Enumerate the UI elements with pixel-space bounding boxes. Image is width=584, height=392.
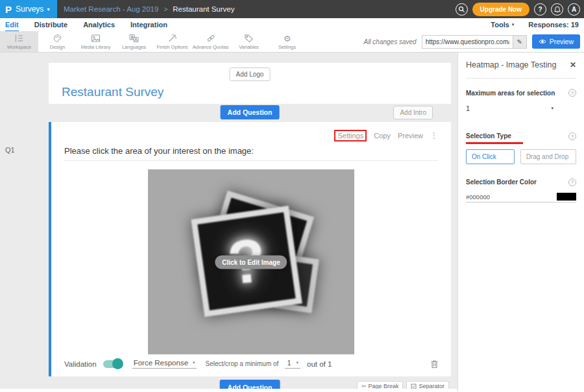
toolbar-item-design[interactable]: Design — [38, 31, 77, 52]
bell-icon — [554, 6, 561, 13]
preview-question-button[interactable]: Preview — [398, 132, 423, 140]
workspace-icon — [14, 34, 24, 43]
survey-editor-screen: P Surveys ▾ Market Research - Aug 2019 >… — [0, 0, 584, 392]
settings-button[interactable]: Settings — [334, 130, 367, 141]
toolbar-item-languages[interactable]: Languages — [115, 31, 153, 52]
add-logo-button[interactable]: Add Logo — [230, 67, 271, 81]
border-color-input[interactable]: #000000 — [466, 193, 576, 202]
toolbar-item-finish-options[interactable]: Finish Options — [153, 31, 191, 52]
autosave-status: All changes saved — [363, 38, 416, 45]
edit-url-button[interactable]: ✎ — [513, 35, 527, 49]
breadcrumb-parent[interactable]: Market Research - Aug 2019 — [64, 5, 158, 13]
avatar[interactable]: A — [568, 3, 580, 16]
validation-row: Validation Force Response ▾ Select/crop … — [64, 359, 438, 369]
tab-analytics[interactable]: Analytics — [83, 19, 115, 31]
panel-header: Heatmap - Image Testing ✕ — [466, 60, 576, 69]
max-areas-select[interactable]: 1 ▾ — [466, 104, 554, 112]
upgrade-now-button[interactable]: Upgrade Now — [472, 3, 529, 16]
responses-count[interactable]: Responses: 19 — [528, 21, 579, 29]
surveys-nav-block[interactable]: P Surveys ▾ — [0, 0, 57, 18]
next-section-edge — [0, 389, 457, 392]
surveys-menu-label: Surveys — [16, 5, 43, 14]
pencil-icon: ✎ — [517, 38, 522, 45]
edit-image-button[interactable]: Click to Edit Image — [215, 255, 287, 269]
help-icon: ? — [538, 6, 542, 13]
heatmap-image-placeholder[interactable]: ? Click to Edit Image — [148, 169, 354, 354]
survey-header-card: Add Logo Restaurant Survey — [49, 63, 451, 104]
tab-edit[interactable]: Edit — [5, 19, 19, 31]
chevron-down-icon: ▾ — [193, 360, 195, 365]
question-number-label: Q1 — [5, 146, 15, 154]
tools-menu[interactable]: Tools ▾ — [491, 21, 514, 29]
top-bar: P Surveys ▾ Market Research - Aug 2019 >… — [0, 0, 584, 18]
selection-type-buttons: On Click Drag and Drop — [466, 149, 576, 164]
breadcrumb-separator: > — [164, 6, 167, 13]
surveys-menu[interactable]: Surveys ▾ — [16, 5, 49, 14]
panel-title: Heatmap - Image Testing — [466, 60, 556, 69]
question-actions: Settings Copy Preview ⋮ — [64, 122, 438, 141]
notifications-button[interactable] — [551, 3, 563, 16]
help-icon[interactable]: ? — [568, 178, 576, 186]
copy-button[interactable]: Copy — [374, 132, 391, 140]
max-areas-row: Maximum areas for selection ? — [466, 89, 576, 97]
add-question-strip-top: Add Question Add Intro — [49, 104, 451, 122]
menu-bar: Edit Distribute Analytics Integration To… — [0, 18, 584, 31]
chevron-down-icon: ▾ — [47, 6, 49, 12]
eye-icon — [539, 39, 546, 44]
help-icon[interactable]: ? — [568, 132, 576, 140]
toolbar-item-workspace[interactable]: Workspace — [0, 31, 38, 52]
validation-toggle[interactable] — [103, 360, 122, 368]
chain-links-icon — [206, 34, 216, 43]
add-question-button-top[interactable]: Add Question — [221, 105, 280, 119]
question-text[interactable]: Please click the area of your interest o… — [64, 146, 438, 161]
survey-url-input[interactable] — [422, 35, 513, 49]
toolbar-item-advance-quotas[interactable]: Advance Quotas — [191, 31, 230, 52]
force-response-select[interactable]: Force Response ▾ — [132, 359, 197, 369]
preview-button[interactable]: Preview — [532, 34, 580, 49]
help-button[interactable]: ? — [534, 3, 546, 16]
add-intro-button[interactable]: Add Intro — [393, 106, 433, 119]
image-icon — [91, 34, 101, 43]
survey-url-group: ✎ — [422, 35, 527, 49]
selection-type-label: Selection Type — [466, 132, 511, 140]
border-color-label: Selection Border Color — [466, 178, 537, 186]
min-selection-label: Select/crop a minimum of — [206, 360, 279, 367]
chevron-down-icon: ▾ — [297, 360, 299, 365]
trash-icon — [431, 360, 438, 368]
out-of-label: out of 1 — [307, 360, 332, 368]
tools-label: Tools — [491, 21, 509, 29]
wand-icon — [167, 34, 177, 43]
toolbar-item-variables[interactable]: Variables — [230, 31, 268, 52]
tab-distribute[interactable]: Distribute — [34, 19, 67, 31]
question-card: Settings Copy Preview ⋮ Please click the… — [49, 122, 451, 376]
on-click-button[interactable]: On Click — [466, 149, 515, 164]
gear-icon: ⚙ — [284, 34, 291, 43]
survey-title[interactable]: Restaurant Survey — [62, 85, 164, 99]
translate-icon — [129, 34, 139, 43]
questionpro-logo: P — [5, 4, 12, 15]
kebab-menu-icon[interactable]: ⋮ — [430, 131, 438, 140]
close-icon: ✕ — [570, 60, 576, 69]
delete-question-button[interactable] — [431, 360, 438, 368]
panel-close-button[interactable]: ✕ — [570, 60, 576, 69]
drag-and-drop-button[interactable]: Drag and Drop — [520, 149, 576, 164]
topbar-actions: Upgrade Now ? A — [456, 0, 580, 18]
toolbar-right: All changes saved ✎ Preview — [363, 31, 580, 52]
menubar-right: Tools ▾ Responses: 19 — [491, 21, 579, 29]
max-areas-label: Maximum areas for selection — [466, 90, 555, 97]
color-swatch[interactable] — [557, 193, 576, 201]
annotation-underline — [466, 142, 523, 144]
survey-canvas: Q1 Add Logo Restaurant Survey Add Questi… — [0, 53, 457, 392]
question-settings-panel: Heatmap - Image Testing ✕ Maximum areas … — [457, 53, 584, 392]
search-icon — [458, 6, 465, 13]
avatar-initial: A — [572, 6, 576, 13]
editor-toolbar: Workspace Design Media Library Languages… — [0, 31, 584, 53]
toolbar-item-settings[interactable]: ⚙ Settings — [268, 31, 306, 52]
panel-divider — [466, 78, 576, 79]
tab-integration[interactable]: Integration — [130, 19, 167, 31]
tag-icon — [244, 34, 254, 43]
help-icon[interactable]: ? — [568, 89, 576, 97]
toolbar-item-media-library[interactable]: Media Library — [77, 31, 115, 52]
min-value-select[interactable]: 1 ▾ — [285, 359, 300, 369]
search-button[interactable] — [456, 3, 468, 16]
